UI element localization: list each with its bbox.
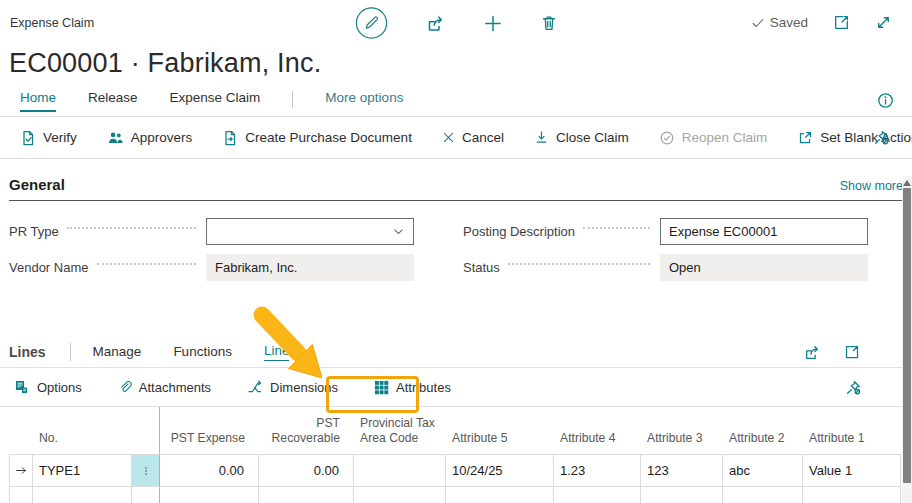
cell-provincial-tax-area-code[interactable] (354, 454, 446, 487)
save-status-label: Saved (770, 15, 808, 30)
resize-diagonal-icon (875, 14, 892, 31)
column-header-pst-expense[interactable]: PST Expense (160, 407, 259, 454)
open-in-new-window-button[interactable] (833, 14, 850, 31)
pin-action-bar-button[interactable] (873, 129, 890, 146)
vertical-scrollbar[interactable] (902, 176, 912, 503)
lines-tab-functions[interactable]: Functions (173, 343, 232, 361)
cell-attribute-3[interactable]: 123 (641, 454, 723, 487)
dotted-leader (97, 263, 197, 265)
lines-share-button[interactable] (804, 344, 821, 361)
x-icon (442, 131, 455, 144)
grid-header-row: No. PST Expense PST Recoverable Provinci… (9, 407, 901, 454)
lines-tab-line[interactable]: Line (264, 343, 290, 361)
close-claim-button[interactable]: Close Claim (534, 130, 629, 145)
column-header-provincial-tax-area-code[interactable]: Provincial Tax Area Code (354, 407, 446, 454)
lines-heading: Lines (9, 344, 46, 360)
lines-part-header: Lines Manage Functions Line (0, 337, 912, 368)
set-blank-action-to-button[interactable]: Set Blank Action To (797, 130, 912, 146)
pin-lines-toolbar-button[interactable] (845, 379, 862, 396)
new-button[interactable] (484, 14, 503, 33)
posting-description-input[interactable] (661, 224, 867, 239)
tab-home[interactable]: Home (20, 90, 56, 112)
cell-no[interactable]: TYPE1 (33, 454, 132, 487)
verify-button[interactable]: Verify (20, 130, 77, 146)
general-fields-left: PR Type Vendor Name Fabrikam, Inc. (9, 218, 414, 290)
tab-expense-claim[interactable]: Expense Claim (170, 90, 261, 112)
dotted-leader (583, 227, 650, 229)
column-header-no[interactable]: No. (33, 407, 132, 454)
dotted-leader (508, 263, 650, 265)
column-header-attribute-3[interactable]: Attribute 3 (641, 407, 723, 454)
column-header-attribute-2[interactable]: Attribute 2 (723, 407, 803, 454)
trash-icon (541, 14, 558, 32)
status-value: Open (660, 254, 868, 281)
column-header-pst-recoverable[interactable]: PST Recoverable (259, 407, 354, 454)
record-actions (355, 6, 558, 40)
more-options-button[interactable]: More options (325, 90, 403, 112)
check-icon (751, 16, 765, 30)
scrollbar-thumb[interactable] (903, 188, 911, 483)
tab-release[interactable]: Release (88, 90, 138, 112)
page-caption: Expense Claim (10, 16, 94, 30)
people-icon (107, 130, 124, 146)
save-status: Saved (751, 15, 808, 30)
pr-type-combobox[interactable] (206, 218, 414, 245)
dimensions-button[interactable]: Dimensions (247, 379, 338, 395)
cell-attribute-1[interactable]: Value 1 (803, 454, 901, 487)
chevron-down-icon[interactable] (392, 225, 405, 238)
ribbon-menu: Home Release Expense Claim More options (0, 90, 912, 117)
approvers-button[interactable]: Approvers (107, 130, 193, 146)
app-header: Expense Claim (0, 0, 912, 46)
pr-type-field: PR Type (9, 218, 414, 245)
document-arrow-icon (222, 130, 238, 146)
window-arrow-icon (797, 130, 813, 146)
column-header-attribute-4[interactable]: Attribute 4 (554, 407, 641, 454)
options-button[interactable]: Options (13, 379, 82, 395)
general-heading: General (9, 176, 65, 193)
cell-pst-expense[interactable]: 0.00 (160, 454, 259, 487)
create-purchase-document-button[interactable]: Create Purchase Document (222, 130, 412, 146)
column-header-attribute-5[interactable]: Attribute 5 (446, 407, 554, 454)
vendor-name-value: Fabrikam, Inc. (206, 254, 414, 281)
column-header-attribute-1[interactable]: Attribute 1 (803, 407, 901, 454)
vendor-name-field: Vendor Name Fabrikam, Inc. (9, 254, 414, 281)
row-menu-button[interactable] (132, 454, 160, 487)
scroll-up-icon[interactable] (903, 180, 911, 186)
lines-divider (70, 343, 71, 361)
cancel-button[interactable]: Cancel (442, 130, 504, 145)
lines-grid: No. PST Expense PST Recoverable Provinci… (9, 407, 901, 503)
lines-tab-manage[interactable]: Manage (93, 343, 142, 361)
options-form-icon (13, 379, 30, 395)
share-button[interactable] (427, 14, 446, 33)
pr-type-input[interactable] (207, 224, 392, 239)
general-fields-right: Posting Description Status Open (463, 218, 868, 290)
expand-button[interactable] (875, 14, 892, 31)
cell-attribute-2[interactable]: abc (723, 454, 803, 487)
status-label: Status (463, 260, 500, 275)
cell-attribute-5[interactable]: 10/24/25 (446, 454, 554, 487)
attributes-button[interactable]: Attributes (374, 380, 451, 395)
reopen-claim-button[interactable]: Reopen Claim (659, 130, 768, 146)
posting-description-box (660, 218, 868, 245)
attributes-grid-icon (374, 380, 389, 395)
info-button[interactable] (877, 92, 894, 109)
delete-button[interactable] (541, 14, 558, 32)
general-section-header: General Show more (9, 176, 903, 201)
verify-document-icon (20, 130, 36, 146)
table-row-empty (9, 487, 901, 503)
edit-button[interactable] (355, 6, 389, 40)
download-arrow-icon (534, 130, 549, 145)
show-more-link[interactable]: Show more (840, 179, 903, 193)
circle-check-icon (659, 130, 675, 146)
paperclip-icon (118, 379, 132, 395)
attachments-button[interactable]: Attachments (118, 379, 211, 395)
menu-divider (292, 91, 293, 108)
posting-description-label: Posting Description (463, 224, 575, 239)
vendor-name-label: Vendor Name (9, 260, 89, 275)
cell-pst-recoverable[interactable]: 0.00 (259, 454, 354, 487)
table-row: TYPE1 0.00 0.00 10/24/25 1.23 123 abc Va… (9, 454, 901, 487)
lines-tabs: Manage Functions Line (93, 343, 290, 361)
cell-attribute-4[interactable]: 1.23 (554, 454, 641, 487)
pencil-icon (355, 6, 389, 40)
lines-focus-mode-button[interactable] (844, 344, 860, 361)
